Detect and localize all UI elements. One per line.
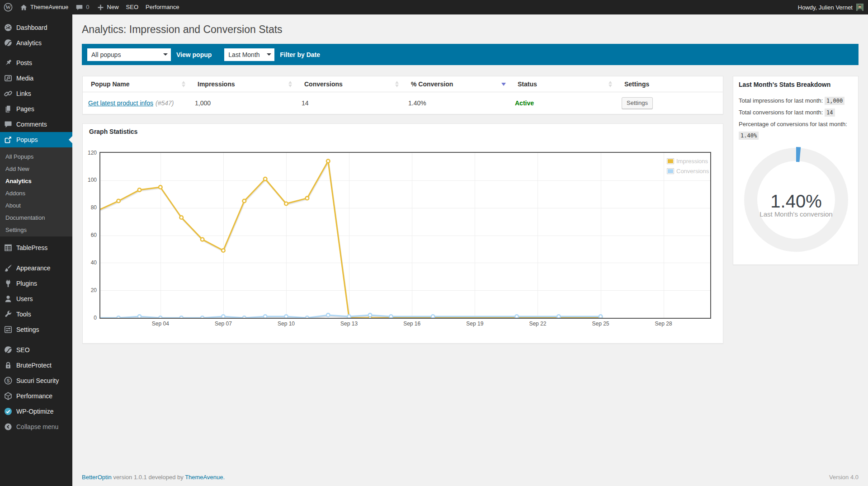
- link-icon: [4, 89, 13, 98]
- betteroptin-link[interactable]: BetterOptin: [82, 474, 112, 481]
- collapse-arrow-icon: [4, 422, 13, 431]
- comments-icon: [4, 120, 13, 129]
- footer-credit: BetterOptin version 1.0.1 developed by T…: [82, 474, 225, 481]
- seo-menu[interactable]: SEO: [123, 0, 142, 14]
- column-header-conversion-rate[interactable]: % Conversion: [403, 76, 509, 92]
- period-select[interactable]: Last Month: [224, 48, 274, 61]
- sidebar-item-label: BruteProtect: [16, 362, 52, 369]
- performance-menu[interactable]: Performance: [142, 0, 183, 14]
- sidebar-item-settings[interactable]: Settings: [0, 322, 72, 337]
- submenu-item-analytics[interactable]: Analytics: [0, 175, 72, 187]
- donut-value: 1.40%: [733, 192, 859, 210]
- shield-s-icon: S: [4, 376, 13, 385]
- sidebar-item-performance[interactable]: Performance: [0, 388, 72, 404]
- submenu-item-settings[interactable]: Settings: [0, 224, 72, 236]
- sidebar-item-dashboard[interactable]: Dashboard: [0, 20, 72, 35]
- sidebar-item-popups[interactable]: Popups: [0, 132, 72, 147]
- column-header-impressions[interactable]: Impressions: [189, 76, 296, 92]
- home-icon: [20, 4, 28, 11]
- cell-impressions: 1,000: [189, 92, 296, 114]
- view-popup-button[interactable]: View popup: [176, 51, 212, 58]
- brush-icon: [4, 264, 13, 273]
- submenu-item-all-popups[interactable]: All Popups: [0, 151, 72, 163]
- wordpress-logo-menu[interactable]: W: [0, 0, 16, 14]
- themeavenue-link[interactable]: ThemeAvenue.: [185, 474, 225, 481]
- sidebar-item-users[interactable]: Users: [0, 291, 72, 307]
- sidebar-item-label: Collapse menu: [16, 423, 58, 430]
- column-header-status[interactable]: Status: [509, 76, 616, 92]
- comments-menu[interactable]: 0: [72, 0, 93, 14]
- sidebar-item-collapse[interactable]: Collapse menu: [0, 419, 72, 434]
- submenu-item-documentation[interactable]: Documentation: [0, 212, 72, 224]
- sort-icon: [395, 81, 399, 87]
- table-row: Get latest product infos (#547) 1,000 14…: [83, 92, 723, 114]
- cube-icon: [4, 392, 13, 401]
- x-axis-label: Sep 19: [457, 321, 493, 327]
- cell-status: Active: [509, 92, 616, 114]
- sidebar-item-appearance[interactable]: Appearance: [0, 260, 72, 276]
- dashboard-icon: [4, 23, 13, 32]
- chart-legend: ImpressionsConversions: [667, 156, 709, 176]
- popup-name-link[interactable]: Get latest product infos: [88, 99, 153, 107]
- y-axis-label: 80: [83, 204, 97, 211]
- graph-title: Graph Statistics: [89, 128, 137, 135]
- svg-text:W: W: [5, 4, 11, 10]
- sidebar-item-label: Settings: [16, 326, 39, 333]
- media-icon: [4, 74, 13, 83]
- submenu-item-addons[interactable]: Addons: [0, 187, 72, 199]
- sidebar-item-label: WP-Optimize: [16, 408, 53, 415]
- legend-swatch: [667, 168, 674, 174]
- sidebar-item-label: Comments: [16, 121, 47, 128]
- filter-by-date-button[interactable]: Filter by Date: [280, 51, 320, 58]
- sidebar-item-label: Popups: [16, 136, 38, 143]
- sidebar-item-label: TablePress: [16, 244, 47, 251]
- menu-separator: [0, 255, 72, 260]
- y-axis-label: 60: [83, 232, 97, 239]
- popup-select[interactable]: All popups: [87, 48, 171, 61]
- settings-button[interactable]: Settings: [622, 97, 653, 109]
- sidebar-item-tools[interactable]: Tools: [0, 307, 72, 322]
- sidebar-item-seo[interactable]: SEO: [0, 342, 72, 358]
- pushpin-icon: [4, 58, 13, 67]
- cell-popup-name: Get latest product infos (#547): [83, 92, 189, 114]
- status-badge: Active: [515, 99, 534, 107]
- legend-item: Impressions: [667, 156, 709, 166]
- new-menu[interactable]: New: [93, 0, 123, 14]
- pages-icon: [4, 104, 13, 113]
- wp-optimize-icon: [4, 407, 13, 416]
- settings-icon: [4, 325, 13, 334]
- sidebar-item-label: Sucuri Security: [16, 377, 59, 384]
- sidebar-item-bruteprotect[interactable]: BruteProtect: [0, 358, 72, 373]
- stat-conversions: Total conversions for last month: 14: [739, 107, 854, 118]
- howdy-account-label[interactable]: Howdy, Julien Vernet: [798, 4, 853, 11]
- sidebar-item-pages[interactable]: Pages: [0, 101, 72, 117]
- column-header-popup-name[interactable]: Popup Name: [83, 76, 189, 92]
- sidebar-item-posts[interactable]: Posts: [0, 55, 72, 71]
- plugin-icon: [4, 279, 13, 288]
- sidebar-item-label: Dashboard: [16, 24, 47, 31]
- sidebar-item-plugins[interactable]: Plugins: [0, 276, 72, 291]
- filter-bar: All popups View popup Last Month Filter …: [82, 44, 859, 65]
- sidebar-item-wp-optimize[interactable]: WP-Optimize: [0, 404, 72, 419]
- submenu-item-about[interactable]: About: [0, 199, 72, 212]
- x-axis-label: Sep 22: [519, 321, 556, 327]
- site-name-menu[interactable]: ThemeAvenue: [16, 0, 72, 14]
- sidebar-item-label: Tools: [16, 311, 31, 318]
- submenu-item-add-new[interactable]: Add New: [0, 163, 72, 175]
- column-header-conversions[interactable]: Conversions: [296, 76, 403, 92]
- sidebar-item-sucuri[interactable]: S Sucuri Security: [0, 373, 72, 388]
- table-header-row: Popup Name Impressions Conversions % Con…: [83, 76, 723, 92]
- sidebar-item-media[interactable]: Media: [0, 71, 72, 86]
- popups-submenu: All Popups Add New Analytics Addons Abou…: [0, 147, 72, 236]
- x-axis-label: Sep 25: [583, 321, 619, 327]
- sidebar-item-tablepress[interactable]: TablePress: [0, 240, 72, 255]
- wordpress-logo-icon: W: [4, 3, 13, 12]
- sidebar-item-analytics[interactable]: Analytics: [0, 35, 72, 51]
- select-caret-icon: [163, 53, 168, 56]
- y-axis-label: 20: [83, 287, 97, 294]
- sidebar-item-links[interactable]: Links: [0, 86, 72, 101]
- sidebar-item-comments[interactable]: Comments: [0, 117, 72, 132]
- stat-percentage-value: 1.40%: [739, 132, 759, 140]
- x-axis-label: Sep 10: [268, 321, 304, 327]
- avatar[interactable]: [856, 4, 863, 11]
